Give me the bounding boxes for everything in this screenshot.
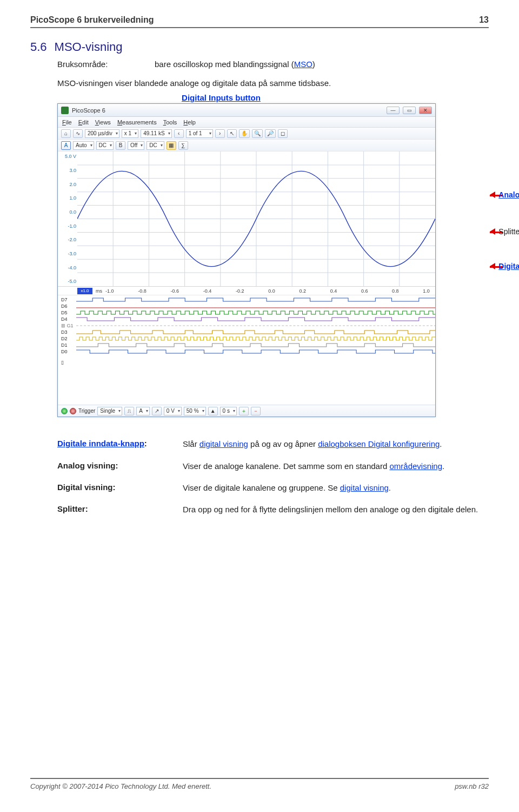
term-digital-view: Digital visning:	[57, 483, 176, 493]
definition-list: Digitale inndata-knapp: Slår digital vis…	[57, 439, 489, 515]
section-title: MSO-visning	[55, 40, 123, 54]
trigger-rise-icon[interactable]: ↗	[152, 407, 162, 415]
statusbar: Trigger Single ⎍ A ↗ 0 V 50 % ▲ 0 s ＋ －	[58, 405, 435, 417]
trigger-time[interactable]: 0 s	[220, 407, 237, 415]
trigger-label: Trigger	[78, 408, 95, 414]
menu-views[interactable]: Views	[95, 119, 111, 126]
wave-icon[interactable]: ∿	[73, 129, 83, 138]
toolbar-top: ⌂ ∿ 200 µs/div x 1 49.11 kS ‹ 1 of 1 › ↖…	[58, 128, 435, 140]
zoom-out-icon[interactable]: 🔎	[265, 129, 276, 138]
next-icon[interactable]: ›	[215, 129, 225, 138]
figure-screenshot: Digital Inputs button PicoScope 6 — ▭ ✕ …	[57, 93, 489, 417]
app-icon	[61, 107, 69, 114]
arrow-left-icon	[490, 228, 495, 235]
trigger-marker-icon[interactable]: ▲	[208, 407, 218, 415]
copyright: Copyright © 2007-2014 Pico Technology Lt…	[30, 782, 211, 790]
zoom-x-select[interactable]: x 1	[122, 129, 138, 138]
coupling-select[interactable]: DC	[96, 141, 114, 150]
menu-measurements[interactable]: Measurements	[117, 119, 157, 126]
application-text: bare oscilloskop med blandingssignal (MS…	[155, 60, 489, 69]
menu-help[interactable]: Help	[183, 119, 196, 126]
remove-icon[interactable]: －	[251, 407, 261, 415]
menu-file[interactable]: File	[62, 119, 72, 126]
add-icon[interactable]: ＋	[239, 407, 249, 415]
application-label: Bruksområde:	[57, 60, 155, 69]
x-zoom-badge: x1.0	[77, 288, 92, 294]
doc-title: PicoScope 6 brukerveiledning	[30, 15, 154, 25]
channel-b-button[interactable]: B	[116, 141, 125, 150]
close-button[interactable]: ✕	[419, 107, 432, 114]
app-window: PicoScope 6 — ▭ ✕ File Edit Views Measur…	[57, 103, 436, 417]
fit-icon[interactable]: ◻	[278, 129, 288, 138]
trigger-level[interactable]: 0 V	[164, 407, 182, 415]
analog-view-area: 5.0 V 3.0 2.0 1.0 0.0 -1.0 -2.0 -3.0 -4.…	[58, 151, 435, 287]
prev-icon[interactable]: ‹	[174, 129, 184, 138]
cursor-icon[interactable]: ↖	[227, 129, 237, 138]
maximize-button[interactable]: ▭	[403, 107, 416, 114]
term-digital-inputs: Digitale inndata-knapp:	[57, 439, 176, 450]
header-rule	[30, 27, 489, 28]
mso-link[interactable]: MSO	[294, 60, 312, 69]
trigger-edge-icon[interactable]: ⎍	[124, 407, 134, 415]
menubar: File Edit Views Measurements Tools Help	[58, 117, 435, 128]
def-digital-view: Viser de digitale kanalene og gruppene. …	[183, 483, 489, 493]
def-digital-inputs: Slår digital visning på og av og åpner d…	[183, 439, 489, 450]
digital-inputs-button[interactable]: ▦	[167, 141, 176, 150]
def-splitter: Dra opp og ned for å flytte delingslinje…	[183, 504, 489, 515]
arrow-left-icon	[490, 263, 495, 269]
buffer-select[interactable]: 1 of 1	[186, 129, 213, 138]
footer: Copyright © 2007-2014 Pico Technology Lt…	[30, 778, 489, 790]
mode-auto-select[interactable]: Auto	[73, 141, 94, 150]
x-unit: ms	[96, 288, 102, 294]
callout-analog-view[interactable]: Analog view	[498, 190, 519, 199]
menu-edit[interactable]: Edit	[78, 119, 89, 126]
trigger-mode-select[interactable]: Single	[97, 407, 122, 415]
callout-digital-view[interactable]: Digital view	[498, 262, 519, 270]
samples-select[interactable]: 49.11 kS	[141, 129, 171, 138]
def-analog-view: Viser de analoge kanalene. Det samme som…	[183, 461, 489, 472]
menu-tools[interactable]: Tools	[163, 119, 177, 126]
run-icon[interactable]	[61, 408, 68, 414]
callout-splitter: Splitter	[498, 227, 519, 236]
stop-icon[interactable]	[70, 408, 76, 414]
digital-view-area: D7 D6 D5 D4 ⊞ G1 D3 D2 D1 D0 ▯	[58, 295, 435, 405]
y-axis: 5.0 V 3.0 2.0 1.0 0.0 -1.0 -2.0 -3.0 -4.…	[58, 151, 77, 286]
math-channel-button[interactable]: ∑	[178, 141, 188, 150]
term-analog-view: Analog visning:	[57, 461, 176, 472]
section-number: 5.6	[30, 40, 47, 54]
trigger-ch-select[interactable]: A	[136, 407, 150, 415]
toolbar-channels: A Auto DC B Off DC ▦ ∑	[58, 140, 435, 151]
trigger-pct[interactable]: 50 %	[184, 407, 206, 415]
side-callouts: Analog view Splitter Digital view	[490, 190, 519, 270]
channel-b-coupling-select[interactable]: DC	[147, 141, 164, 150]
plot-area	[77, 151, 435, 286]
channel-b-off-select[interactable]: Off	[128, 141, 144, 150]
timebase-select[interactable]: 200 µs/div	[85, 129, 119, 138]
titlebar: PicoScope 6 — ▭ ✕	[58, 104, 435, 117]
channel-a-button[interactable]: A	[61, 141, 71, 150]
arrow-left-icon	[490, 192, 495, 198]
section-desc: MSO-visningen viser blandede analoge og …	[57, 78, 489, 88]
hand-icon[interactable]: ✋	[239, 129, 250, 138]
term-splitter: Splitter:	[57, 504, 176, 515]
window-title: PicoScope 6	[72, 107, 105, 114]
callout-digital-inputs-button: Digital Inputs button	[181, 93, 262, 103]
page-number: 13	[479, 15, 489, 25]
home-icon[interactable]: ⌂	[61, 129, 71, 138]
x-axis: x1.0 ms -1.0-0.8 -0.6-0.4 -0.20.0 0.20.4…	[58, 287, 435, 295]
doc-revision: psw.nb r32	[455, 782, 489, 790]
minimize-button[interactable]: —	[387, 107, 400, 114]
zoom-in-icon[interactable]: 🔍	[252, 129, 263, 138]
x-ticks: -1.0-0.8 -0.6-0.4 -0.20.0 0.20.4 0.60.8 …	[105, 288, 435, 294]
